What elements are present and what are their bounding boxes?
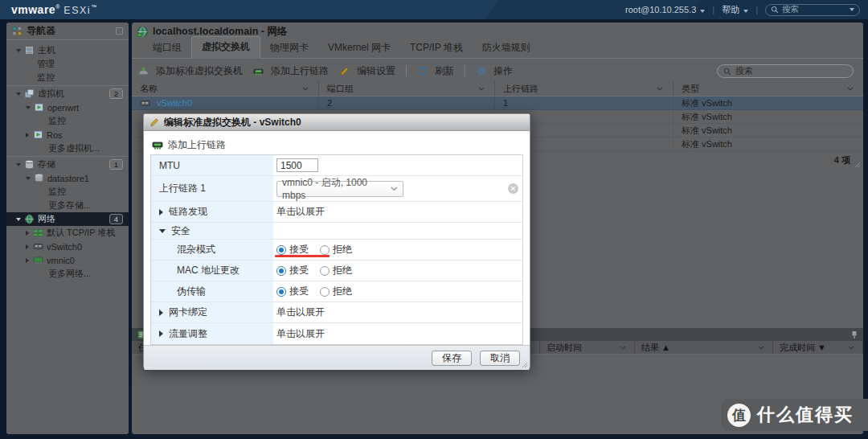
count-badge: 4	[109, 214, 123, 224]
sidebar-item-label: vmnic0	[47, 256, 75, 265]
edit-settings-button[interactable]: 编辑设置	[339, 64, 395, 78]
gear-icon	[476, 66, 486, 76]
expand-right-icon	[26, 258, 29, 263]
column-header[interactable]: 类型	[674, 81, 863, 96]
tab-tcpip-stacks[interactable]: TCP/IP 堆栈	[400, 38, 473, 59]
sidebar-item-more-storage[interactable]: 更多存储...	[6, 199, 129, 212]
save-button[interactable]: 保存	[432, 351, 472, 366]
sidebar-item-label: 网络	[38, 213, 55, 225]
help-menu[interactable]: 帮助	[722, 4, 748, 16]
mtu-input[interactable]	[276, 158, 318, 172]
expand-right-icon	[159, 330, 163, 337]
tasks-column-result[interactable]: 结果 ▲	[635, 341, 773, 354]
add-uplink-button[interactable]: 添加上行链路	[253, 64, 329, 78]
sidebar-item-host-monitor[interactable]: 监控	[6, 71, 129, 84]
chevron-down-icon	[850, 8, 854, 11]
sidebar-item-vm-ros[interactable]: Ros	[6, 128, 129, 142]
chevron-down-icon[interactable]	[657, 87, 668, 91]
sidebar-item-storage[interactable]: 存储1	[6, 158, 129, 171]
tasks-column-completed-time[interactable]: 完成时间 ▼	[773, 341, 863, 354]
add-uplink-button[interactable]: 添加上行链路	[150, 135, 523, 154]
tasks-column-start-time[interactable]: 启动时间	[540, 341, 635, 354]
radio-icon	[320, 287, 330, 297]
vm-on-icon	[34, 102, 44, 113]
sidebar-item-more-networks[interactable]: 更多网络...	[6, 267, 129, 281]
mac-changes-label: MAC 地址更改	[151, 261, 273, 281]
tab-virtual-switches[interactable]: 虚拟交换机	[191, 36, 260, 59]
sidebar-item-datastore1-monitor[interactable]: 监控	[6, 185, 129, 199]
cell-value: 1	[503, 98, 508, 108]
forged-reject-radio[interactable]: 拒绝	[320, 285, 352, 298]
tab-physical-nics[interactable]: 物理网卡	[260, 38, 318, 59]
table-search-input[interactable]: 搜索	[717, 64, 854, 78]
vm-icon	[24, 88, 35, 99]
table-row[interactable]: vSwitch021标准 vSwitch	[132, 96, 863, 110]
chevron-down-icon	[700, 10, 705, 13]
column-header-label: 上行链路	[503, 83, 538, 95]
forged-accept-radio[interactable]: 接受	[276, 285, 309, 298]
chevron-down-icon[interactable]	[302, 87, 313, 91]
sidebar-item-host[interactable]: 主机	[6, 43, 129, 57]
vswitch-link[interactable]: vSwitch0	[157, 98, 192, 108]
table-cell: vSwitch0	[132, 96, 319, 109]
mac-accept-radio[interactable]: 接受	[276, 264, 309, 277]
sidebar-item-label: 监控	[48, 186, 66, 198]
storage-icon	[24, 159, 35, 170]
chevron-down-icon[interactable]	[848, 346, 858, 350]
column-header[interactable]: 上行链路	[495, 81, 674, 96]
chevron-down-icon[interactable]	[620, 346, 630, 350]
resize-grip-icon[interactable]	[854, 161, 861, 168]
link-discovery-row[interactable]: 链路发现 单击以展开	[151, 202, 522, 223]
remove-uplink-icon[interactable]: ✕	[508, 183, 518, 194]
column-header-label: 名称	[140, 83, 158, 95]
sidebar-tree: 主机管理监控虚拟机2openwrt监控Ros更多虚拟机...存储1datasto…	[6, 40, 129, 281]
toolbar: 添加标准虚拟交换机添加上行链路编辑设置刷新操作	[138, 63, 513, 79]
mtu-label: MTU	[151, 155, 273, 175]
tab-vmkernel-nics[interactable]: VMkernel 网卡	[318, 38, 400, 59]
sidebar-item-virtual-machines[interactable]: 虚拟机2	[6, 87, 129, 101]
table-cell: 1	[495, 96, 674, 109]
network-icon	[24, 214, 35, 224]
sidebar-item-default-tcpip-stack[interactable]: 默认 TCP/IP 堆栈	[6, 226, 129, 240]
sidebar-item-networking[interactable]: 网络4	[6, 212, 129, 226]
refresh-button[interactable]: 刷新	[417, 64, 454, 78]
pin-icon[interactable]	[850, 330, 858, 339]
sidebar-item-vm-openwrt[interactable]: openwrt	[6, 101, 129, 114]
toolbar-button-label: 操作	[493, 64, 513, 78]
sidebar-item-more-vms[interactable]: 更多虚拟机...	[6, 142, 129, 155]
pencil-icon	[149, 117, 159, 127]
cancel-button[interactable]: 取消	[480, 351, 520, 366]
host-icon	[24, 45, 35, 55]
chevron-down-icon[interactable]	[478, 87, 489, 91]
radio-selected-icon	[276, 266, 286, 276]
sidebar-item-datastore1[interactable]: datastore1	[6, 171, 129, 185]
tab-firewall-rules[interactable]: 防火墙规则	[473, 38, 540, 59]
network-globe-icon	[137, 26, 149, 38]
sidebar-item-label: 存储	[38, 158, 55, 170]
resize-grip-icon[interactable]	[521, 361, 528, 368]
traffic-shaping-row[interactable]: 流量调整 单击以展开	[151, 323, 522, 344]
add-standard-vswitch-button[interactable]: 添加标准虚拟交换机	[138, 64, 243, 78]
uplink1-select[interactable]: vmnic0 - 启动, 1000 mbps	[276, 181, 403, 197]
sidebar-item-vswitch0[interactable]: vSwitch0	[6, 240, 129, 253]
chevron-down-icon[interactable]	[847, 87, 858, 91]
sidebar-item-vm-openwrt-monitor[interactable]: 监控	[6, 114, 129, 128]
mac-reject-radio[interactable]: 拒绝	[320, 264, 352, 277]
security-section-row[interactable]: 安全	[151, 223, 522, 240]
column-header[interactable]: 名称	[132, 81, 319, 96]
global-search-input[interactable]: 搜索	[765, 4, 860, 16]
user-menu[interactable]: root@10.10.255.3	[625, 5, 705, 14]
expand-right-icon	[159, 209, 163, 215]
actions-button[interactable]: 操作	[476, 64, 513, 78]
column-header-label: 端口组	[327, 83, 354, 95]
sidebar-item-vmnic0[interactable]: vmnic0	[6, 253, 129, 267]
nic-teaming-row[interactable]: 网卡绑定 单击以展开	[151, 302, 522, 323]
chevron-down-icon[interactable]	[758, 346, 768, 350]
column-header[interactable]: 端口组	[319, 81, 495, 96]
tab-port-groups[interactable]: 端口组	[143, 38, 191, 59]
collapse-panel-icon[interactable]	[116, 27, 123, 35]
dialog-title: 编辑标准虚拟交换机 - vSwitch0	[164, 116, 301, 129]
sidebar-item-host-manage[interactable]: 管理	[6, 57, 129, 71]
radio-selected-icon	[276, 245, 286, 255]
expand-down-icon	[16, 163, 21, 166]
